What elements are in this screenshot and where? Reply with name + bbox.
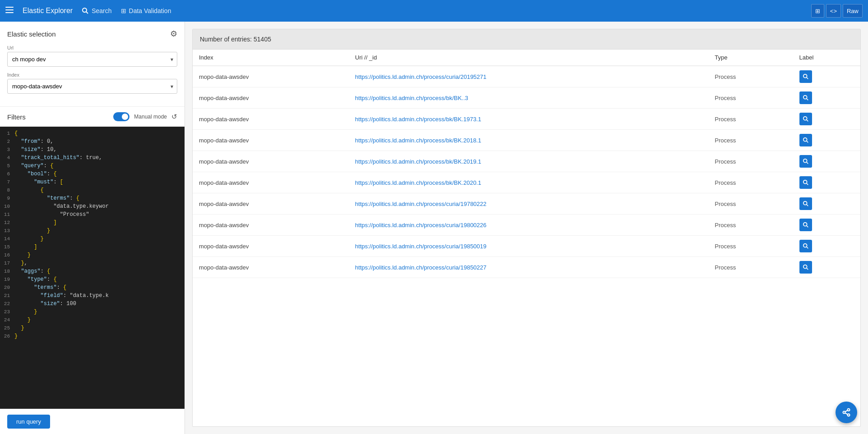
code-button[interactable]: <>: [826, 4, 841, 18]
label-search-button[interactable]: [799, 176, 812, 189]
col-label: Label: [793, 50, 860, 66]
label-search-button[interactable]: [799, 70, 812, 83]
code-line: 23 }: [0, 309, 185, 317]
label-search-button[interactable]: [799, 219, 812, 231]
label-search-button[interactable]: [799, 240, 812, 252]
index-label: Index: [7, 72, 177, 78]
search-nav-item[interactable]: Search: [82, 7, 111, 14]
label-search-button[interactable]: [799, 113, 812, 125]
svg-rect-1: [5, 9, 14, 10]
svg-point-17: [803, 201, 807, 205]
code-line: 10 "data.type.keywor: [0, 203, 185, 211]
cell-label: [793, 215, 860, 236]
svg-point-21: [803, 244, 807, 247]
line-content: ]: [14, 219, 185, 226]
cell-uri[interactable]: https://politics.ld.admin.ch/process/bk/…: [349, 109, 708, 130]
manual-mode-label: Manual mode: [134, 114, 167, 120]
toggle-slider: [113, 112, 129, 121]
refresh-icon[interactable]: ↺: [171, 113, 177, 121]
line-content: },: [14, 260, 185, 266]
topnav: Elastic Explorer Search ⊞ Data Validatio…: [0, 0, 868, 22]
code-editor[interactable]: 1{2 "from": 0,3 "size": 10,4 "track_tota…: [0, 127, 185, 409]
cell-type: Process: [708, 151, 793, 172]
url-select-wrapper: ch mopo dev ▾: [7, 52, 177, 67]
raw-button[interactable]: Raw: [843, 4, 863, 18]
line-content: "terms": {: [14, 284, 185, 291]
code-line: 18 "aggs": {: [0, 268, 185, 276]
left-panel: Elastic selection ⚙ Url ch mopo dev ▾ In…: [0, 22, 185, 434]
table-header-row: Index Uri // _id Type Label: [193, 50, 860, 66]
svg-point-7: [803, 96, 807, 99]
cell-label: [793, 236, 860, 257]
data-validation-nav-item[interactable]: ⊞ Data Validation: [121, 7, 171, 14]
svg-point-15: [803, 180, 807, 184]
line-content: "must": [: [14, 179, 185, 185]
line-content: "data.type.keywor: [14, 203, 185, 210]
cell-uri[interactable]: https://politics.ld.admin.ch/process/cur…: [349, 66, 708, 87]
index-select[interactable]: mopo-data-awsdev: [8, 79, 177, 93]
menu-icon[interactable]: [5, 6, 14, 16]
svg-line-18: [806, 205, 808, 206]
code-line: 19 "type": {: [0, 276, 185, 284]
cell-type: Process: [708, 130, 793, 151]
line-content: }: [14, 228, 185, 234]
url-select[interactable]: ch mopo dev: [8, 52, 177, 66]
cell-index: mopo-data-awsdev: [193, 193, 349, 215]
data-validation-icon: ⊞: [121, 7, 126, 14]
code-line: 11 "Process": [0, 211, 185, 219]
code-line: 12 ]: [0, 219, 185, 228]
url-field: Url ch mopo dev ▾: [7, 45, 177, 67]
label-search-button[interactable]: [799, 134, 812, 146]
code-line: 7 "must": [: [0, 179, 185, 187]
label-search-button[interactable]: [799, 197, 812, 210]
right-panel: Number of entries: 51405 Index Uri // _i…: [185, 22, 868, 434]
cell-uri[interactable]: https://politics.ld.admin.ch/process/cur…: [349, 236, 708, 257]
cell-uri[interactable]: https://politics.ld.admin.ch/process/bk/…: [349, 87, 708, 109]
layout-button[interactable]: ⊞: [811, 4, 824, 18]
label-search-button[interactable]: [799, 261, 812, 274]
line-number: 21: [0, 292, 14, 298]
cell-uri[interactable]: https://politics.ld.admin.ch/process/bk/…: [349, 130, 708, 151]
cell-type: Process: [708, 257, 793, 278]
fab-share-button[interactable]: [836, 402, 857, 423]
run-query-button[interactable]: run query: [7, 415, 50, 429]
label-search-button[interactable]: [799, 155, 812, 168]
cell-label: [793, 257, 860, 278]
line-content: ]: [14, 244, 185, 250]
line-number: 7: [0, 179, 14, 185]
search-icon: [82, 7, 89, 14]
cell-uri[interactable]: https://politics.ld.admin.ch/process/cur…: [349, 215, 708, 236]
label-search-button[interactable]: [799, 91, 812, 104]
manual-mode-toggle[interactable]: [113, 112, 129, 121]
line-content: "field": "data.type.k: [14, 292, 185, 299]
cell-uri[interactable]: https://politics.ld.admin.ch/process/cur…: [349, 257, 708, 278]
line-content: "query": {: [14, 163, 185, 169]
line-content: "size": 100: [14, 301, 185, 307]
line-number: 11: [0, 211, 14, 217]
cell-uri[interactable]: https://politics.ld.admin.ch/process/bk/…: [349, 172, 708, 193]
table-row: mopo-data-awsdev https://politics.ld.adm…: [193, 193, 860, 215]
elastic-selection-section: Elastic selection ⚙ Url ch mopo dev ▾ In…: [0, 22, 185, 107]
line-content: "size": 10,: [14, 146, 185, 153]
svg-point-19: [803, 223, 807, 226]
table-row: mopo-data-awsdev https://politics.ld.adm…: [193, 130, 860, 151]
gear-icon[interactable]: ⚙: [170, 29, 177, 39]
cell-type: Process: [708, 87, 793, 109]
filters-title: Filters: [7, 113, 26, 121]
line-number: 24: [0, 317, 14, 323]
filters-controls: Manual mode ↺: [113, 112, 177, 121]
main-layout: Elastic selection ⚙ Url ch mopo dev ▾ In…: [0, 22, 868, 434]
line-content: }: [14, 309, 185, 315]
svg-point-27: [848, 414, 850, 416]
svg-line-10: [806, 120, 808, 122]
col-uri: Uri // _id: [349, 50, 708, 66]
code-line: 22 "size": 100: [0, 301, 185, 309]
line-number: 20: [0, 284, 14, 290]
cell-index: mopo-data-awsdev: [193, 87, 349, 109]
search-nav-label: Search: [92, 7, 111, 14]
cell-uri[interactable]: https://politics.ld.admin.ch/process/cur…: [349, 193, 708, 215]
elastic-selection-header: Elastic selection ⚙: [7, 29, 177, 39]
code-line: 26}: [0, 333, 185, 341]
line-content: {: [14, 130, 185, 137]
cell-uri[interactable]: https://politics.ld.admin.ch/process/bk/…: [349, 151, 708, 172]
